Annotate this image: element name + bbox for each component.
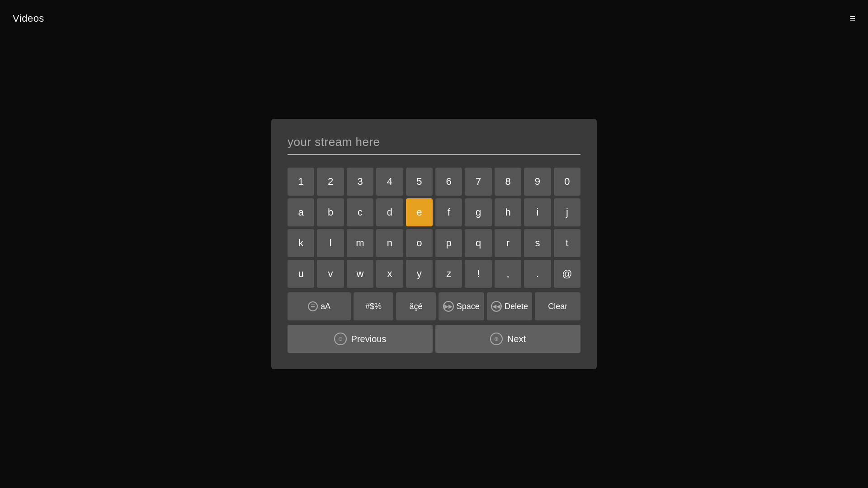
key-r[interactable]: r (495, 229, 521, 257)
space-label: Space (457, 302, 480, 311)
next-label: Next (507, 334, 526, 344)
key-s[interactable]: s (524, 229, 551, 257)
clear-label: Clear (548, 302, 567, 311)
key-9[interactable]: 9 (524, 168, 551, 196)
key-4[interactable]: 4 (376, 168, 403, 196)
key-e[interactable]: e (406, 198, 433, 226)
keyboard-grid: 1 2 3 4 5 6 7 8 9 0 a b c d e f g h i j … (288, 168, 580, 288)
clear-button[interactable]: Clear (535, 292, 580, 320)
key-q[interactable]: q (465, 229, 491, 257)
case-toggle-button[interactable]: ☰ aA (288, 292, 351, 320)
number-row: 1 2 3 4 5 6 7 8 9 0 (288, 168, 580, 196)
key-i[interactable]: i (524, 198, 551, 226)
key-x[interactable]: x (376, 260, 403, 288)
special-key-row: ☰ aA #$% äçé ▶▶ Space ◀◀ Delete Clear (288, 292, 580, 320)
key-exclaim[interactable]: ! (465, 260, 491, 288)
key-u[interactable]: u (288, 260, 314, 288)
letter-row-1: a b c d e f g h i j (288, 198, 580, 226)
symbols-label: #$% (365, 302, 382, 311)
key-h[interactable]: h (495, 198, 521, 226)
key-a[interactable]: a (288, 198, 314, 226)
rewind-icon: ◀◀ (491, 301, 502, 312)
key-at[interactable]: @ (554, 260, 580, 288)
symbols-button[interactable]: #$% (354, 292, 393, 320)
previous-icon: ⊖ (334, 333, 347, 345)
key-j[interactable]: j (554, 198, 580, 226)
fast-forward-icon: ▶▶ (443, 301, 454, 312)
next-icon: ⊕ (490, 333, 503, 345)
key-w[interactable]: w (347, 260, 373, 288)
delete-label: Delete (505, 302, 528, 311)
key-c[interactable]: c (347, 198, 373, 226)
key-d[interactable]: d (376, 198, 403, 226)
case-label: aA (321, 302, 330, 311)
key-period[interactable]: . (524, 260, 551, 288)
key-p[interactable]: p (435, 229, 462, 257)
key-1[interactable]: 1 (288, 168, 314, 196)
next-button[interactable]: ⊕ Next (435, 325, 580, 353)
key-n[interactable]: n (376, 229, 403, 257)
text-input-value: your stream here (288, 135, 580, 151)
key-b[interactable]: b (317, 198, 344, 226)
menu-circle-icon: ☰ (308, 301, 318, 311)
key-z[interactable]: z (435, 260, 462, 288)
key-3[interactable]: 3 (347, 168, 373, 196)
menu-icon: ≡ (849, 13, 855, 24)
key-f[interactable]: f (435, 198, 462, 226)
key-m[interactable]: m (347, 229, 373, 257)
key-v[interactable]: v (317, 260, 344, 288)
accent-button[interactable]: äçé (396, 292, 436, 320)
text-input-area: your stream here (288, 135, 580, 155)
keyboard-dialog: your stream here 1 2 3 4 5 6 7 8 9 0 a b… (271, 119, 597, 369)
key-l[interactable]: l (317, 229, 344, 257)
previous-label: Previous (351, 334, 387, 344)
delete-button[interactable]: ◀◀ Delete (487, 292, 533, 320)
space-button[interactable]: ▶▶ Space (439, 292, 484, 320)
key-5[interactable]: 5 (406, 168, 433, 196)
key-k[interactable]: k (288, 229, 314, 257)
key-o[interactable]: o (406, 229, 433, 257)
key-2[interactable]: 2 (317, 168, 344, 196)
key-t[interactable]: t (554, 229, 580, 257)
key-0[interactable]: 0 (554, 168, 580, 196)
key-6[interactable]: 6 (435, 168, 462, 196)
letter-row-2: k l m n o p q r s t (288, 229, 580, 257)
key-g[interactable]: g (465, 198, 491, 226)
letter-row-3: u v w x y z ! , . @ (288, 260, 580, 288)
key-8[interactable]: 8 (495, 168, 521, 196)
key-7[interactable]: 7 (465, 168, 491, 196)
app-title: Videos (13, 13, 44, 24)
nav-row: ⊖ Previous ⊕ Next (288, 325, 580, 353)
key-comma[interactable]: , (495, 260, 521, 288)
previous-button[interactable]: ⊖ Previous (288, 325, 433, 353)
accent-label: äçé (409, 302, 422, 311)
key-y[interactable]: y (406, 260, 433, 288)
